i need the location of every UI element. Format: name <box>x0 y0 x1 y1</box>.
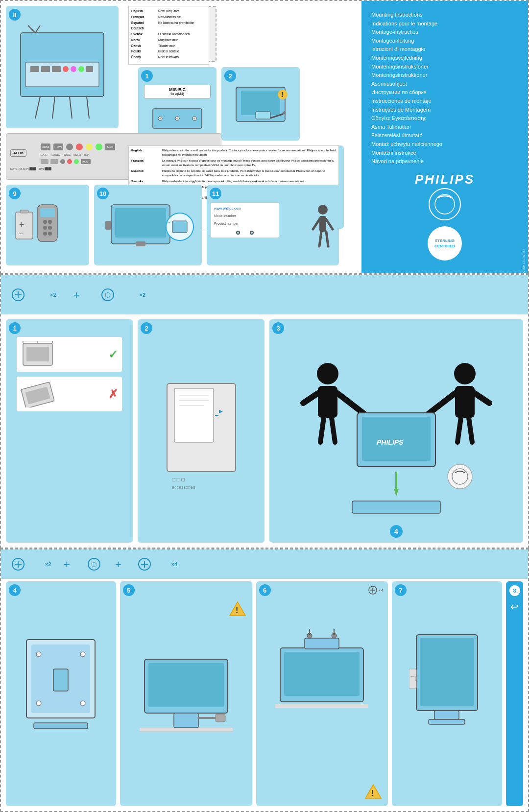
svg-rect-89 <box>455 386 475 418</box>
svg-text:+: + <box>64 558 70 571</box>
box-correct <box>21 341 55 368</box>
step4-illustration <box>19 630 102 738</box>
svg-rect-6 <box>52 66 61 72</box>
svg-rect-144 <box>429 719 465 724</box>
step5-illustration <box>140 630 233 738</box>
bottom-top-strip: ×2 + ⬡ + ×4 <box>1 549 528 579</box>
svg-line-61 <box>326 232 328 246</box>
svg-point-41 <box>43 226 47 230</box>
middle-step4-badge: 4 <box>390 525 403 538</box>
svg-line-58 <box>313 219 319 229</box>
step10-illustration <box>101 202 194 251</box>
svg-text:▶: ▶ <box>219 408 223 414</box>
svg-point-113 <box>36 652 41 657</box>
svg-line-92 <box>457 418 461 442</box>
lang-swedish: Svensk <box>131 32 157 37</box>
bottom-plus: + <box>61 554 76 574</box>
bottom-step6: 6 ×4 ! <box>256 581 388 806</box>
svg-point-39 <box>43 220 47 224</box>
svg-point-82 <box>317 363 338 384</box>
svg-rect-53 <box>172 221 187 233</box>
svg-rect-71 <box>26 347 49 361</box>
svg-text:!: ! <box>236 606 238 615</box>
step6-illustration <box>275 623 368 721</box>
lang-french: Français <box>131 15 157 20</box>
bottom-step4-badge: 4 <box>9 584 21 596</box>
lang-norwegian: Norsk <box>131 38 157 43</box>
svg-point-88 <box>454 363 476 384</box>
svg-rect-10 <box>86 66 93 72</box>
step9-badge: 9 <box>9 188 21 199</box>
svg-text:PHILIPS: PHILIPS <box>377 438 404 446</box>
vesa-bottom-icon <box>428 187 462 223</box>
top-section: 8 <box>0 0 529 274</box>
svg-rect-28 <box>256 112 270 119</box>
lang-spanish: Español <box>131 21 157 25</box>
svg-rect-5 <box>41 66 50 72</box>
svg-text:+: + <box>73 289 80 301</box>
svg-rect-98 <box>352 501 440 513</box>
svg-point-42 <box>48 226 52 230</box>
svg-rect-83 <box>318 386 337 418</box>
svg-point-62 <box>429 189 460 220</box>
tools-icon-1 <box>11 285 35 305</box>
bottom-step4: 4 <box>6 581 116 806</box>
bottom-section: Ach ×2 + ⬡ + ×4 4 <box>0 549 529 812</box>
middle-step2-badge: 2 <box>141 322 152 334</box>
www-link: www.philips.com <box>214 206 241 211</box>
svg-line-86 <box>320 418 324 442</box>
bolt-icon: ⬡ <box>100 285 125 305</box>
middle-top-strip: ×2 + ⬡ ×2 <box>1 275 528 314</box>
step10-badge: 10 <box>97 188 109 199</box>
svg-point-56 <box>318 205 328 215</box>
svg-rect-122 <box>148 663 224 707</box>
bottom-step8: 8 ↩ <box>506 581 523 806</box>
step1-illustration <box>148 101 207 136</box>
cross-mark: ✗ <box>108 387 118 401</box>
svg-rect-142 <box>420 638 474 706</box>
svg-point-44 <box>48 232 52 236</box>
svg-point-114 <box>80 652 85 657</box>
lang-english: English <box>131 9 157 14</box>
step2-badge: 2 <box>224 70 236 82</box>
svg-point-115 <box>36 701 41 706</box>
svg-rect-9 <box>78 66 84 72</box>
step8-badge: 8 <box>9 9 21 21</box>
step7-illustration: ← <box>409 630 485 738</box>
svg-rect-118 <box>34 723 88 729</box>
bottom-step8-badge: 8 <box>509 585 520 596</box>
lang-polish: Polski <box>131 49 157 54</box>
svg-rect-75 <box>174 388 214 442</box>
svg-rect-123 <box>174 713 198 728</box>
svg-rect-126 <box>140 728 233 732</box>
svg-point-23 <box>159 118 161 119</box>
svg-line-93 <box>469 418 472 442</box>
lang-danish: Dansk <box>131 44 157 48</box>
middle-step2: 2 ▶ □ □ □ accessories <box>138 319 264 543</box>
svg-text:⬡: ⬡ <box>105 291 111 299</box>
step2-manual-illustration: ▶ □ □ □ accessories <box>162 379 240 496</box>
svg-text:+: + <box>19 220 24 230</box>
svg-rect-50 <box>115 208 166 238</box>
svg-line-60 <box>319 232 321 246</box>
svg-point-116 <box>80 701 85 706</box>
bolt-x2: ×2 <box>45 561 51 567</box>
svg-text:□ □ □: □ □ □ <box>172 477 185 482</box>
lang-czech: Čechy <box>131 55 157 60</box>
middle-step3: 3 <box>269 319 523 543</box>
svg-point-40 <box>48 220 52 224</box>
svg-rect-125 <box>216 714 225 722</box>
svg-line-84 <box>303 393 318 403</box>
svg-line-11 <box>35 96 40 119</box>
svg-rect-135 <box>305 638 339 649</box>
step2-illustration: ! <box>229 85 292 134</box>
svg-text:accessories: accessories <box>172 485 195 490</box>
bottom-step7: 7 ← <box>392 581 502 806</box>
step10-panel: 10 <box>94 185 202 265</box>
blue-side-panel: Mounting Instructions Indications pour l… <box>361 1 528 274</box>
step6-screws: ×4 <box>368 585 383 595</box>
instructions-text: Mounting Instructions Indications pour l… <box>371 11 518 166</box>
svg-text:!: ! <box>371 789 374 797</box>
svg-point-43 <box>43 232 47 236</box>
middle-step3-badge: 3 <box>272 322 284 334</box>
